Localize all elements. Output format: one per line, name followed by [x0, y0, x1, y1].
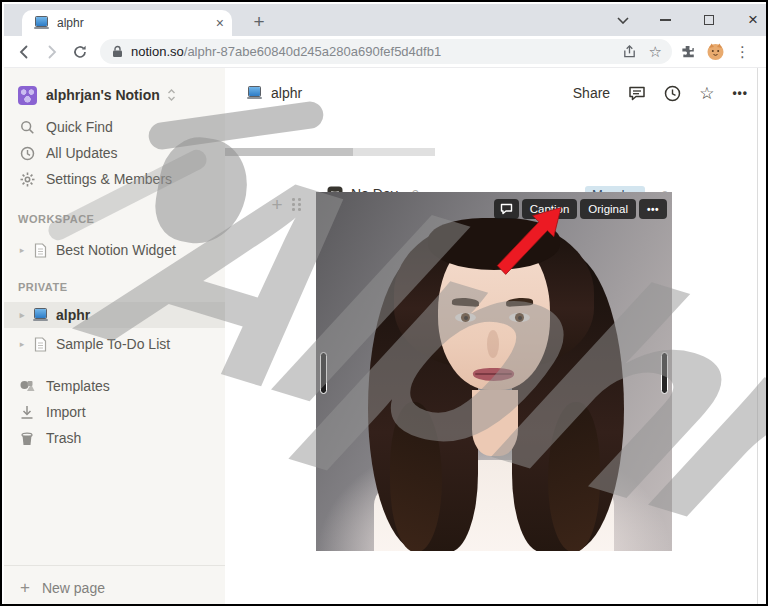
- sidebar-page-best-notion-widget[interactable]: ▸ Best Notion Widget: [4, 238, 225, 262]
- workspace-avatar: [18, 86, 37, 105]
- tab-strip: alphr × + ×: [4, 4, 766, 36]
- photo-hairline: [428, 218, 560, 270]
- sidebar-item-label: Settings & Members: [46, 171, 172, 187]
- extensions-puzzle-icon[interactable]: [680, 44, 696, 60]
- image-resize-handle-right[interactable]: [661, 352, 668, 394]
- window-minimize-button[interactable]: [648, 4, 682, 36]
- page-label: Best Notion Widget: [56, 242, 176, 258]
- page-icon: [30, 337, 50, 352]
- page-topbar: alphr Share ☆ •••: [225, 78, 766, 108]
- section-label-workspace: WORKSPACE: [18, 213, 94, 225]
- browser-window: alphr × + × notion.so/alphr-87abe60840d2…: [0, 0, 768, 606]
- page-label: alphr: [56, 307, 90, 323]
- new-page-label: New page: [42, 580, 105, 596]
- window-maximize-button[interactable]: [692, 4, 726, 36]
- image-more-button[interactable]: •••: [639, 199, 667, 219]
- lock-icon: [112, 45, 123, 58]
- share-page-icon[interactable]: [622, 44, 637, 59]
- notion-app: alphrjan's Notion Quick Find All Updates…: [4, 68, 766, 606]
- photo-nose: [487, 330, 499, 358]
- share-button[interactable]: Share: [573, 85, 610, 101]
- workspace-name: alphrjan's Notion: [46, 87, 160, 103]
- gear-icon: [14, 172, 40, 187]
- sidebar-item-label: Import: [46, 404, 86, 420]
- photo-eye: [509, 313, 530, 322]
- sidebar-page-alphr[interactable]: ▸ alphr: [4, 302, 225, 328]
- section-label-private: PRIVATE: [18, 281, 68, 293]
- photo-lip-line: [475, 373, 512, 375]
- tab-title: alphr: [57, 16, 216, 30]
- expand-toggle-icon[interactable]: ▸: [14, 310, 30, 320]
- page-label: Sample To-Do List: [56, 336, 170, 352]
- trash-icon: [14, 431, 40, 446]
- browser-menu-icon[interactable]: ⋮: [735, 43, 750, 61]
- new-page-button[interactable]: + New page: [4, 570, 225, 606]
- sidebar: alphrjan's Notion Quick Find All Updates…: [4, 68, 225, 606]
- url-text: notion.so/alphr-87abe60840d245a280a690fe…: [131, 44, 622, 59]
- browser-toolbar: notion.so/alphr-87abe60840d245a280a690fe…: [4, 36, 766, 68]
- sidebar-divider: [4, 565, 225, 566]
- sidebar-item-all-updates[interactable]: All Updates: [4, 141, 225, 165]
- sidebar-item-import[interactable]: Import: [4, 400, 225, 424]
- sidebar-item-label: Templates: [46, 378, 110, 394]
- sidebar-item-label: Trash: [46, 430, 81, 446]
- photo-eye: [455, 313, 476, 322]
- laptop-icon: [247, 87, 262, 99]
- original-button[interactable]: Original: [580, 199, 636, 219]
- sidebar-item-label: All Updates: [46, 145, 118, 161]
- image-resize-handle-left[interactable]: [320, 352, 327, 394]
- reload-button[interactable]: [66, 38, 94, 66]
- expand-toggle-icon[interactable]: ▸: [14, 339, 30, 349]
- page-more-icon[interactable]: •••: [732, 86, 748, 100]
- back-button[interactable]: [10, 38, 38, 66]
- window-close-button[interactable]: ×: [736, 4, 768, 36]
- browser-tab[interactable]: alphr ×: [22, 10, 232, 36]
- clock-icon: [14, 146, 40, 161]
- templates-icon: [14, 379, 40, 394]
- tab-search-chevron-icon[interactable]: [606, 4, 640, 36]
- bookmark-star-icon[interactable]: ☆: [649, 43, 662, 61]
- sidebar-item-trash[interactable]: Trash: [4, 426, 225, 450]
- drag-handle-icon[interactable]: [290, 196, 304, 214]
- sidebar-item-settings-members[interactable]: Settings & Members: [4, 167, 225, 191]
- sidebar-item-quick-find[interactable]: Quick Find: [4, 115, 225, 139]
- plus-icon: +: [20, 578, 30, 598]
- window-edge: [757, 68, 758, 606]
- favorite-star-icon[interactable]: ☆: [699, 85, 714, 102]
- updates-clock-icon[interactable]: [664, 85, 681, 102]
- page-icon: [30, 243, 50, 258]
- sidebar-item-label: Quick Find: [46, 119, 113, 135]
- add-block-plus-icon[interactable]: +: [266, 194, 288, 216]
- laptop-icon: [30, 309, 50, 321]
- search-icon: [14, 120, 40, 135]
- workspace-switcher-chevron-icon: [167, 88, 176, 102]
- page-image-portrait[interactable]: Caption Original •••: [316, 192, 672, 551]
- photo-hair-curl: [548, 402, 600, 551]
- forward-button[interactable]: [38, 38, 66, 66]
- sidebar-page-sample-todo[interactable]: ▸ Sample To-Do List: [4, 332, 225, 356]
- url-bar[interactable]: notion.so/alphr-87abe60840d245a280a690fe…: [100, 39, 672, 64]
- sidebar-item-templates[interactable]: Templates: [4, 374, 225, 398]
- image-hover-controls: Caption Original •••: [494, 199, 667, 219]
- workspace-switcher[interactable]: alphrjan's Notion: [4, 82, 225, 108]
- tab-close-icon[interactable]: ×: [216, 15, 224, 31]
- url-domain: notion.so: [131, 44, 184, 59]
- breadcrumb-title: alphr: [271, 85, 302, 101]
- profile-avatar-cat[interactable]: [706, 42, 725, 61]
- new-tab-button[interactable]: +: [246, 10, 272, 34]
- breadcrumb[interactable]: alphr: [247, 85, 302, 101]
- topbar-actions: Share ☆ •••: [573, 85, 748, 102]
- photo-neck: [472, 390, 518, 456]
- toolbar-extras: ⋮: [680, 42, 750, 61]
- image-comment-icon[interactable]: [494, 199, 519, 219]
- url-path: /alphr-87abe60840d245a280a690fef5d4dfb1: [184, 44, 441, 59]
- expand-toggle-icon[interactable]: ▸: [14, 245, 30, 255]
- import-download-icon: [14, 405, 40, 420]
- caption-button[interactable]: Caption: [522, 199, 578, 219]
- comments-icon[interactable]: [628, 85, 646, 102]
- tab-favicon-laptop-icon: [34, 17, 49, 29]
